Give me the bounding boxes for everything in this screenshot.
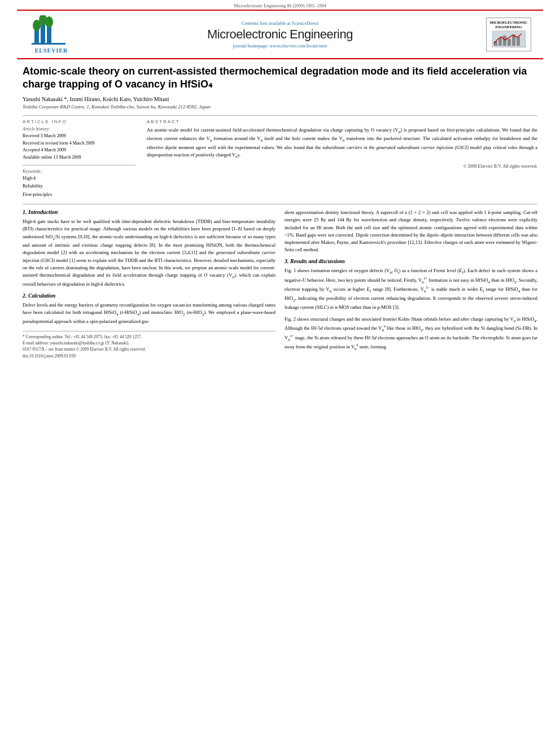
mee-logo-box: MICROELECTRONICENGINEERING [483,18,534,51]
svg-rect-10 [503,36,506,46]
elsevier-tree-icon [32,15,71,46]
col-right: dient approximation density functional t… [285,209,537,359]
calc-text: Defect levels and the energy barriers of… [23,302,275,325]
main-two-col: 1. Introduction High-k gate stacks have … [23,209,537,359]
sciencedirect-link[interactable]: ScienceDirect [292,20,319,26]
article-info-col: ARTICLE INFO Article history: Received 3… [23,119,135,199]
results-heading: 3. Results and discussions [285,258,537,264]
keywords-section: Keywords: High-k Reliability First-princ… [23,169,135,198]
intro-text: High-k gate stacks have to be well quali… [23,218,275,288]
info-abstract-row: ARTICLE INFO Article history: Received 3… [23,119,537,199]
results-text: Fig. 1 shows formation energies of oxyge… [285,267,537,311]
mee-box-title: MICROELECTRONICENGINEERING [489,20,528,29]
article-dates: Received 3 March 2009 Received in revise… [23,133,135,161]
mee-image [492,30,526,47]
footnote-doi: doi:10.1016/j.mee.2009.03.039 [23,353,275,359]
abstract-label: ABSTRACT [147,119,537,124]
elsevier-wordmark: ELSEVIER [35,47,68,54]
date-received: Received 3 March 2009 [23,133,135,140]
keyword-2: Reliability [23,182,135,190]
history-label: Article history: [23,126,135,132]
footnote-area: * Corresponding author. Tel.: +81 44 549… [23,331,275,359]
journal-header: ELSEVIER Contents lists available at Sci… [17,10,543,59]
mee-logo: MICROELECTRONICENGINEERING [486,18,531,51]
article-body: Atomic-scale theory on current-assisted … [23,59,537,365]
abstract-text: An atomic-scale model for current-assist… [147,126,537,160]
contents-line: Contents lists available at ScienceDirec… [77,20,483,26]
svg-rect-13 [517,37,520,46]
article-affiliation: Toshiba Corporate R&D Centre, 1, Komukai… [23,104,537,110]
divider-2 [23,204,537,204]
elsevier-logo-left: ELSEVIER [26,15,77,54]
date-revised: Received in revised form 4 March 2009 [23,140,135,147]
svg-rect-11 [508,39,511,46]
divider-info [23,165,135,165]
calc-right-text: dient approximation density functional t… [285,209,537,254]
svg-rect-6 [32,43,65,45]
keyword-3: First-principles [23,190,135,198]
intro-heading: 1. Introduction [23,209,275,215]
keyword-1: High-k [23,174,135,182]
footnote-email: E-mail address: yasushi.nakasaki@toshiba… [23,340,275,346]
svg-rect-9 [498,38,502,46]
calc-heading: 2. Calculation [23,292,275,299]
date-accepted: Accepted 4 March 2009 [23,147,135,154]
journal-ref: Microelectronic Engineering 86 (2009) 19… [234,3,326,8]
col-left: 1. Introduction High-k gate stacks have … [23,209,275,359]
footnote-doi-line: 0167-9317/$ – see front matter © 2009 El… [23,346,275,352]
svg-point-5 [45,16,53,28]
divider-1 [23,115,537,116]
journal-meta: Microelectronic Engineering 86 (2009) 19… [0,0,560,10]
article-authors: Yasushi Nakasaki *, Izumi Hirano, Koichi… [23,96,537,102]
footnote-corresponding: * Corresponding author. Tel.: +81 44 549… [23,334,275,340]
homepage-line: journal homepage: www.elsevier.com/locat… [77,43,483,49]
date-online: Available online 13 March 2009 [23,154,135,161]
article-title: Atomic-scale theory on current-assisted … [23,65,537,91]
article-info-label: ARTICLE INFO [23,119,135,124]
abstract-col: ABSTRACT An atomic-scale model for curre… [147,119,537,199]
journal-title-block: Contents lists available at ScienceDirec… [77,20,483,49]
journal-name: Microelectronic Engineering [77,27,483,42]
results-text-2: Fig. 2 shows structural changes and the … [285,316,537,352]
keywords-list: High-k Reliability First-principles [23,174,135,198]
copyright-line: © 2009 Elsevier B.V. All rights reserved… [147,164,537,169]
keywords-label: Keywords: [23,169,135,174]
